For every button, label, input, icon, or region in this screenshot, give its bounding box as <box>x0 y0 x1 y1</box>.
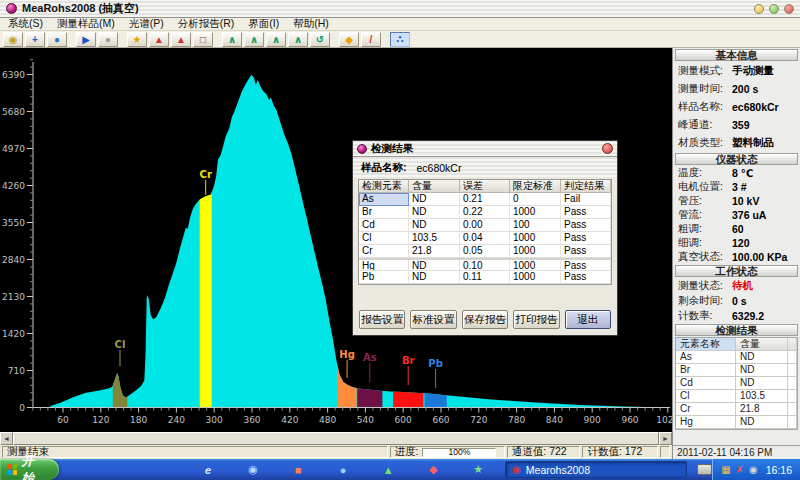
sidebar-row: 剩余时间:0 s <box>673 293 800 308</box>
sidebar-table-row: CdND <box>676 377 797 390</box>
printer-icon[interactable] <box>697 464 712 475</box>
spectrum-report-b-button[interactable]: ▲ <box>171 32 191 47</box>
x-tick-label: 240 <box>168 415 185 425</box>
x-tick-label: 120 <box>92 415 109 425</box>
analysis-tool-button[interactable]: ∴ <box>390 32 410 47</box>
start-button[interactable]: 开始 <box>0 459 59 480</box>
results-cell: Pass <box>561 260 611 271</box>
results-cell: 1000 <box>510 232 561 245</box>
results-cell: 21.8 <box>409 245 460 258</box>
menu-item-system[interactable]: 系统(S) <box>8 17 43 31</box>
x-tick-label: 360 <box>243 415 260 425</box>
close-button[interactable] <box>784 4 794 14</box>
results-table-row[interactable]: BrND0.221000Pass <box>359 206 611 219</box>
meter-button[interactable]: ◉ <box>3 32 23 47</box>
results-table-row[interactable]: PbND0.111000Pass <box>359 271 611 284</box>
zoom-y-out-button[interactable]: ∧ <box>288 32 308 47</box>
menu-item-help[interactable]: 帮助(H) <box>293 17 329 31</box>
results-cell: Cl <box>359 232 409 245</box>
maximize-button[interactable] <box>769 4 779 14</box>
spectrum-report-a-button[interactable]: ▲ <box>149 32 169 47</box>
energy-button[interactable]: ◆ <box>339 32 359 47</box>
results-table-row[interactable]: CdND0.00100Pass <box>359 219 611 232</box>
results-cell: 103.5 <box>409 232 460 245</box>
scroll-right-arrow[interactable]: ► <box>659 432 672 445</box>
axes-button[interactable]: + <box>25 32 45 47</box>
menu-item-spectrum[interactable]: 光谱(P) <box>129 17 164 31</box>
results-cell: Br <box>359 206 409 219</box>
sidebar-row-label: 材质类型: <box>678 136 732 150</box>
office-icon[interactable]: ■ <box>291 463 305 477</box>
volume-icon[interactable]: ◉ <box>749 464 758 475</box>
dialog-title-bar[interactable]: 检测结果 <box>353 141 617 157</box>
x-tick-label: 900 <box>584 415 601 425</box>
results-cell: Pass <box>561 232 611 245</box>
sidebar-row-value: 待机 <box>732 279 753 293</box>
scroll-left-arrow[interactable]: ◄ <box>0 432 13 445</box>
messenger-icon[interactable]: ◉ <box>246 463 260 477</box>
sample-name-label: 样品名称: <box>361 161 407 175</box>
sidebar-row-label: 测量状态: <box>678 279 732 293</box>
exit-button[interactable]: 退出 <box>565 310 611 329</box>
green-app-icon[interactable]: ▲ <box>381 463 395 477</box>
results-cell: Pass <box>561 206 611 219</box>
globe-button[interactable]: ● <box>47 32 67 47</box>
minimize-button[interactable] <box>754 4 764 14</box>
cell-spacer <box>788 390 797 402</box>
spectrum-report-b-icon: ▲ <box>176 34 186 45</box>
results-cell: Pb <box>359 271 409 284</box>
dialog-close-icon[interactable] <box>602 143 613 154</box>
results-cell: 100 <box>510 219 561 232</box>
globe-icon[interactable]: ● <box>336 463 350 477</box>
results-cell: Pass <box>561 219 611 232</box>
task-button-mearohs[interactable]: ◉ Mearohs2008 <box>505 461 687 478</box>
menu-item-ui[interactable]: 界面(I) <box>248 17 279 31</box>
x-tick-label: 180 <box>130 415 147 425</box>
standard-settings-button[interactable]: 标准设置 <box>410 310 456 329</box>
results-table-row[interactable]: HgND0.101000Pass <box>359 258 611 271</box>
report-window-icon: □ <box>200 34 206 45</box>
results-cell: Pass <box>561 271 611 284</box>
results-col-header: 误差 <box>460 180 510 193</box>
results-cell: 1000 <box>510 245 561 258</box>
zoom-x-in-button[interactable]: ∧ <box>222 32 242 47</box>
zoom-x-out-button[interactable]: ∧ <box>244 32 264 47</box>
report-window-button[interactable]: □ <box>193 32 213 47</box>
sidebar-row: 测量时间:200 s <box>673 80 800 98</box>
analysis-tool-icon: ∴ <box>397 34 404 45</box>
meter-icon: ◉ <box>9 34 18 45</box>
menu-item-report[interactable]: 分析报告(R) <box>178 17 235 31</box>
stop-measure-button[interactable]: ● <box>98 32 118 47</box>
save-report-button[interactable]: 保存报告 <box>462 310 508 329</box>
results-cell: 0.11 <box>460 271 510 284</box>
menu-item-sample[interactable]: 测量样品(M) <box>57 17 115 31</box>
sidebar-table-row: HgND <box>676 416 797 429</box>
chart-tray-icon[interactable]: ▦ <box>721 464 730 475</box>
report-settings-button[interactable]: 报告设置 <box>359 310 405 329</box>
results-table-row[interactable]: Cr21.80.051000Pass <box>359 245 611 258</box>
results-cell: 0.00 <box>460 219 510 232</box>
tools-app-icon[interactable]: ★ <box>471 463 485 477</box>
sidebar-row: 材质类型:塑料制品 <box>673 134 800 152</box>
y-tick-label: 4260 <box>2 181 25 191</box>
open-spectrum-button[interactable]: ★ <box>127 32 147 47</box>
network-off-icon[interactable]: ✗ <box>736 464 744 475</box>
scroll-thumb[interactable] <box>13 432 659 445</box>
sidebar-row: 计数率:6329.2 <box>673 308 800 323</box>
start-measure-button[interactable]: ▶ <box>76 32 96 47</box>
reset-view-button[interactable]: ↺ <box>310 32 330 47</box>
dialog-buttons: 报告设置标准设置保存报告打印报告退出 <box>359 310 611 329</box>
results-table-row[interactable]: Cl103.50.041000Pass <box>359 232 611 245</box>
ie-icon[interactable]: e <box>201 463 215 477</box>
x-tick-label: 840 <box>546 415 563 425</box>
start-label: 开始 <box>21 453 45 480</box>
progress-bar: 100% <box>422 448 496 457</box>
sidebar-row: 真空状态:100.00 KPa <box>673 250 800 264</box>
cell-element: Br <box>676 364 736 376</box>
calibration-button[interactable]: / <box>361 32 381 47</box>
results-table-row[interactable]: AsND0.210Fail <box>359 193 611 206</box>
red-app-icon[interactable]: ◆ <box>426 463 440 477</box>
print-report-button[interactable]: 打印报告 <box>513 310 559 329</box>
zoom-y-in-button[interactable]: ∧ <box>266 32 286 47</box>
channel-value: 通道值: 722 <box>507 446 581 458</box>
